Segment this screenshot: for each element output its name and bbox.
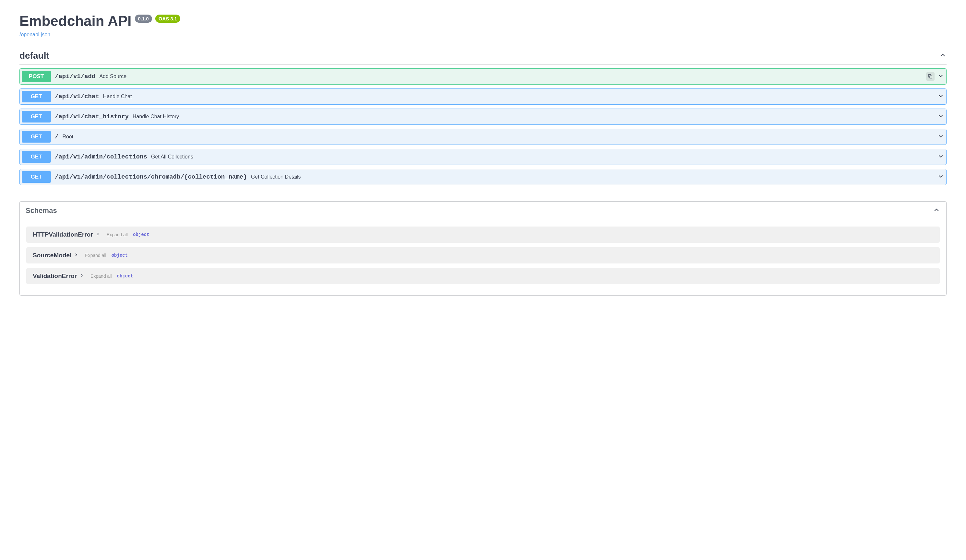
oas-badge: OAS 3.1 — [155, 15, 181, 23]
operation-path: /api/v1/chat — [55, 93, 99, 100]
operation-controls — [937, 173, 944, 181]
operations-list: POST/api/v1/addAdd SourceGET/api/v1/chat… — [20, 68, 946, 185]
schemas-body: HTTPValidationErrorExpand allobjectSourc… — [20, 220, 946, 295]
operation-summary: Add Source — [99, 74, 127, 79]
method-badge: GET — [22, 91, 51, 102]
operation-summary: Handle Chat History — [133, 114, 179, 120]
chevron-down-icon — [937, 173, 944, 181]
chevron-up-icon — [933, 206, 940, 215]
expand-all-link[interactable]: Expand all — [85, 253, 106, 258]
expand-all-link[interactable]: Expand all — [90, 274, 112, 279]
svg-rect-0 — [930, 76, 932, 78]
schema-type: object — [112, 253, 128, 258]
chevron-down-icon — [937, 112, 944, 121]
method-badge: POST — [22, 71, 51, 82]
operation-row[interactable]: GET/api/v1/chatHandle Chat — [20, 89, 946, 105]
operation-summary: Get All Collections — [151, 154, 193, 160]
schema-type: object — [133, 232, 149, 237]
operation-path: /api/v1/admin/collections/chromadb/{coll… — [55, 173, 247, 181]
operation-row[interactable]: GET/api/v1/admin/collections/chromadb/{c… — [20, 169, 946, 185]
chevron-up-icon — [939, 51, 946, 60]
schema-item[interactable]: HTTPValidationErrorExpand allobject — [26, 227, 940, 243]
chevron-down-icon — [937, 92, 944, 101]
section-header-default[interactable]: default — [20, 51, 946, 64]
schemas-container: Schemas HTTPValidationErrorExpand allobj… — [20, 201, 946, 296]
schemas-title: Schemas — [26, 207, 57, 215]
chevron-right-icon — [95, 232, 100, 238]
operation-controls — [926, 72, 944, 81]
operation-path: / — [55, 133, 58, 140]
operation-row[interactable]: POST/api/v1/addAdd Source — [20, 68, 946, 85]
api-header: Embedchain API 0.1.0 OAS 3.1 /openapi.js… — [20, 13, 946, 38]
schema-name: ValidationError — [33, 273, 77, 280]
method-badge: GET — [22, 171, 51, 183]
operation-controls — [937, 153, 944, 161]
operation-controls — [937, 92, 944, 101]
method-badge: GET — [22, 131, 51, 143]
title-row: Embedchain API 0.1.0 OAS 3.1 — [20, 13, 946, 29]
operation-summary: Root — [62, 134, 73, 140]
operation-summary: Get Collection Details — [251, 174, 301, 180]
operation-summary: Handle Chat — [103, 94, 132, 100]
spec-link[interactable]: /openapi.json — [20, 32, 50, 37]
schema-item[interactable]: ValidationErrorExpand allobject — [26, 268, 940, 284]
expand-all-link[interactable]: Expand all — [107, 232, 128, 237]
schema-name: SourceModel — [33, 252, 71, 259]
operation-row[interactable]: GET/Root — [20, 129, 946, 145]
chevron-down-icon — [937, 72, 944, 81]
chevron-right-icon — [79, 273, 84, 279]
operation-controls — [937, 133, 944, 141]
operation-row[interactable]: GET/api/v1/chat_historyHandle Chat Histo… — [20, 108, 946, 125]
section-title: default — [20, 51, 49, 61]
chevron-down-icon — [937, 133, 944, 141]
api-title: Embedchain API — [20, 13, 131, 29]
method-badge: GET — [22, 111, 51, 123]
schemas-header[interactable]: Schemas — [20, 202, 946, 220]
operation-row[interactable]: GET/api/v1/admin/collectionsGet All Coll… — [20, 149, 946, 165]
schema-name: HTTPValidationError — [33, 231, 93, 238]
chevron-right-icon — [74, 253, 79, 258]
method-badge: GET — [22, 151, 51, 163]
operation-path: /api/v1/add — [55, 73, 95, 80]
chevron-down-icon — [937, 153, 944, 161]
version-badge: 0.1.0 — [135, 15, 152, 23]
operation-path: /api/v1/admin/collections — [55, 153, 147, 161]
schema-type: object — [117, 274, 133, 279]
schema-item[interactable]: SourceModelExpand allobject — [26, 247, 940, 263]
operation-path: /api/v1/chat_history — [55, 113, 129, 120]
operation-controls — [937, 112, 944, 121]
copy-icon[interactable] — [926, 72, 935, 81]
